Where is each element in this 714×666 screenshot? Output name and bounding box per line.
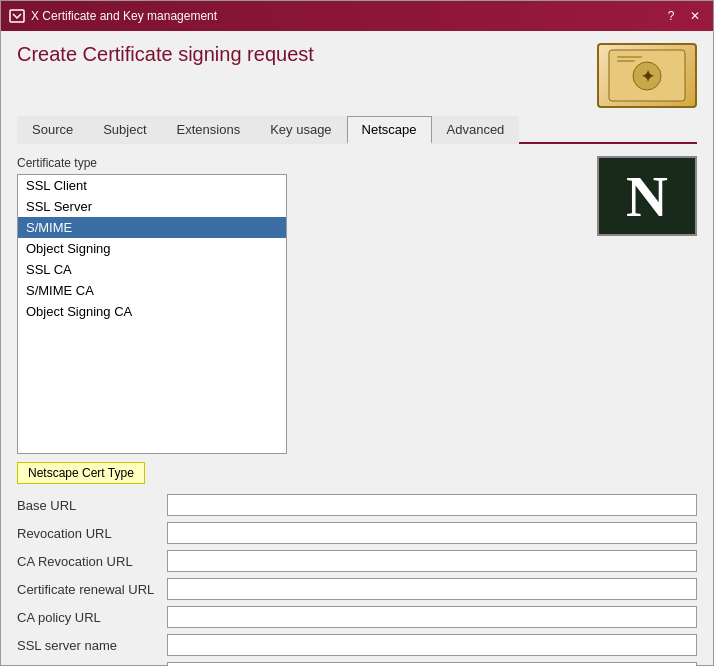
- ssl-server-name-row: SSL server name: [17, 634, 697, 656]
- window-title: X Certificate and Key management: [31, 9, 661, 23]
- cert-logo: ✦: [597, 43, 697, 108]
- revocation-url-label: Revocation URL: [17, 526, 167, 541]
- main-content: Create Certificate signing request ✦ Sou…: [1, 31, 713, 666]
- cert-scroll-icon: ✦: [607, 48, 687, 103]
- tab-bar: Source Subject Extensions Key usage Nets…: [17, 116, 697, 144]
- list-item-ssl-server[interactable]: SSL Server: [18, 196, 286, 217]
- ssl-server-name-input[interactable]: [167, 634, 697, 656]
- cert-type-listbox[interactable]: SSL Client SSL Server S/MIME Object Sign…: [17, 174, 287, 454]
- netscape-logo: N: [597, 156, 697, 236]
- ca-policy-url-input[interactable]: [167, 606, 697, 628]
- netscape-n-letter: N: [626, 163, 668, 230]
- revocation-url-row: Revocation URL: [17, 522, 697, 544]
- revocation-url-input[interactable]: [167, 522, 697, 544]
- ca-policy-url-label: CA policy URL: [17, 610, 167, 625]
- cert-renewal-url-input[interactable]: [167, 578, 697, 600]
- svg-rect-0: [10, 10, 24, 22]
- cert-renewal-url-row: Certificate renewal URL: [17, 578, 697, 600]
- tab-key-usage[interactable]: Key usage: [255, 116, 346, 144]
- tab-advanced[interactable]: Advanced: [432, 116, 520, 144]
- list-item-object-signing[interactable]: Object Signing: [18, 238, 286, 259]
- help-button[interactable]: ?: [661, 6, 681, 26]
- list-item-object-signing-ca[interactable]: Object Signing CA: [18, 301, 286, 322]
- ca-revocation-url-row: CA Revocation URL: [17, 550, 697, 572]
- cert-type-group: Certificate type SSL Client SSL Server S…: [17, 156, 349, 454]
- list-item-smime-ca[interactable]: S/MIME CA: [18, 280, 286, 301]
- cert-type-label: Certificate type: [17, 156, 349, 170]
- title-bar: X Certificate and Key management ? ✕: [1, 1, 713, 31]
- app-icon: [9, 8, 25, 24]
- tab-content-netscape: Certificate type SSL Client SSL Server S…: [17, 156, 697, 666]
- tab-subject[interactable]: Subject: [88, 116, 161, 144]
- main-window: X Certificate and Key management ? ✕ Cre…: [0, 0, 714, 666]
- url-fields: Base URL Revocation URL CA Revocation UR…: [17, 494, 697, 666]
- comment-input[interactable]: [167, 662, 697, 666]
- netscape-panel: Certificate type SSL Client SSL Server S…: [17, 156, 697, 454]
- ca-revocation-url-input[interactable]: [167, 550, 697, 572]
- window-controls: ? ✕: [661, 6, 705, 26]
- svg-rect-4: [617, 56, 642, 58]
- ca-policy-url-row: CA policy URL: [17, 606, 697, 628]
- ssl-server-name-label: SSL server name: [17, 638, 167, 653]
- cert-renewal-url-label: Certificate renewal URL: [17, 582, 167, 597]
- svg-rect-5: [617, 60, 635, 62]
- tooltip-area: Netscape Cert Type: [17, 462, 697, 484]
- ca-revocation-url-label: CA Revocation URL: [17, 554, 167, 569]
- svg-text:✦: ✦: [641, 68, 655, 85]
- base-url-input[interactable]: [167, 494, 697, 516]
- close-button[interactable]: ✕: [685, 6, 705, 26]
- list-item-ssl-ca[interactable]: SSL CA: [18, 259, 286, 280]
- page-title: Create Certificate signing request: [17, 43, 314, 66]
- base-url-label: Base URL: [17, 498, 167, 513]
- list-item-ssl-client[interactable]: SSL Client: [18, 175, 286, 196]
- comment-row: Comment: [17, 662, 697, 666]
- base-url-row: Base URL: [17, 494, 697, 516]
- cert-type-tooltip: Netscape Cert Type: [17, 462, 145, 484]
- list-item-smime[interactable]: S/MIME: [18, 217, 286, 238]
- tab-netscape[interactable]: Netscape: [347, 116, 432, 144]
- tab-extensions[interactable]: Extensions: [162, 116, 256, 144]
- tab-source[interactable]: Source: [17, 116, 88, 144]
- header-row: Create Certificate signing request ✦: [17, 43, 697, 108]
